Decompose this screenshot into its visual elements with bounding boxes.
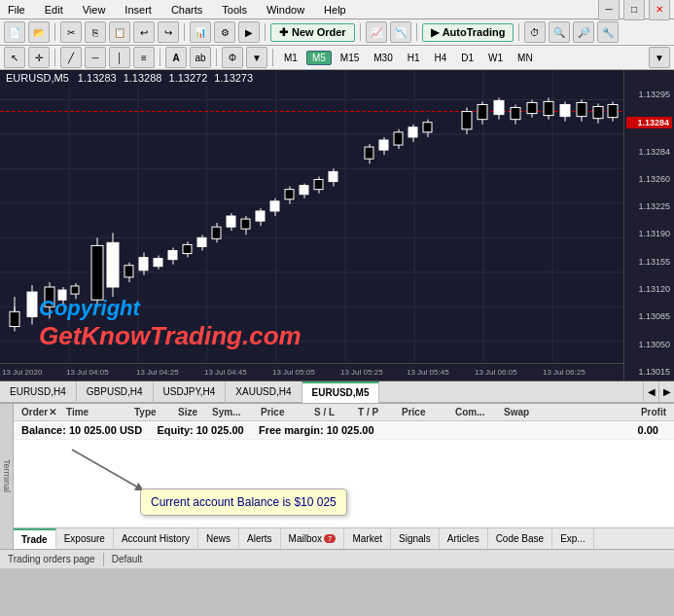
- tf-d1[interactable]: D1: [455, 51, 479, 65]
- menu-charts[interactable]: Charts: [167, 2, 206, 18]
- menu-tools[interactable]: Tools: [218, 2, 251, 18]
- open-btn[interactable]: 📂: [28, 21, 50, 43]
- tf-w1[interactable]: W1: [482, 51, 509, 65]
- terminal-tabs: Trade Exposure Account History News Aler…: [14, 527, 674, 549]
- maximize-button[interactable]: □: [623, 0, 645, 20]
- tf-mn[interactable]: MN: [512, 51, 539, 65]
- chart-tab-usdjpy-h4[interactable]: USDJPY,H4: [154, 381, 227, 403]
- terminal-tab-signals[interactable]: Signals: [391, 528, 440, 550]
- terminal-col-com: Com...: [451, 407, 500, 417]
- terminal-col-sym: Sym...: [208, 407, 257, 417]
- terminal-col-type: Type: [130, 407, 174, 417]
- terminal-tab-alerts[interactable]: Alerts: [239, 528, 281, 550]
- copy-btn[interactable]: ⎘: [85, 21, 106, 43]
- cut-btn[interactable]: ✂: [60, 21, 82, 43]
- hline-tool[interactable]: ─: [85, 47, 106, 68]
- current-price-label: 1.13284: [626, 117, 672, 128]
- auto-trading-button[interactable]: ▶ AutoTrading: [422, 23, 514, 42]
- menu-window[interactable]: Window: [263, 2, 308, 18]
- menu-view[interactable]: View: [79, 2, 110, 18]
- terminal-close-x[interactable]: ✕: [47, 407, 58, 418]
- expert-btn[interactable]: ⚙: [214, 21, 235, 43]
- chart-tab-eurusd-h4[interactable]: EURUSD,H4: [0, 381, 77, 403]
- chart-tab-nav: ◀ ▶: [643, 381, 674, 403]
- sep8: [160, 49, 160, 66]
- close-button[interactable]: ✕: [649, 0, 670, 20]
- terminal-side-label[interactable]: Terminal: [0, 404, 14, 549]
- fibo-tool[interactable]: Φ: [222, 47, 243, 68]
- svg-rect-34: [124, 266, 133, 277]
- tf-m15[interactable]: M15: [335, 51, 365, 65]
- toolbar-row1: 📄 📂 ✂ ⎘ 📋 ↩ ↪ 📊 ⚙ ▶ ✚ New Order 📈 📉 ▶ Au…: [0, 19, 674, 46]
- terminal-tab-account-history[interactable]: Account History: [114, 528, 198, 550]
- sep7: [54, 49, 55, 66]
- more-tools[interactable]: ▼: [246, 47, 267, 68]
- label-tool[interactable]: ab: [190, 47, 211, 68]
- watermark-site: GetKnowTrading.com: [39, 321, 302, 351]
- chart-tab-prev[interactable]: ◀: [643, 381, 658, 403]
- minimize-button[interactable]: ─: [598, 0, 620, 20]
- svg-rect-28: [71, 286, 79, 294]
- time-label-4: 13 Jul 05:05: [272, 368, 315, 377]
- text-tool[interactable]: A: [165, 47, 187, 68]
- indicator-btn[interactable]: 📊: [190, 21, 211, 43]
- properties-btn[interactable]: 🔧: [597, 21, 619, 43]
- svg-rect-64: [365, 147, 373, 159]
- redo-btn[interactable]: ↪: [158, 21, 179, 43]
- vline-tool[interactable]: │: [109, 47, 130, 68]
- price-level-5: 1.13155: [626, 257, 672, 267]
- tf-m1[interactable]: M1: [278, 51, 303, 65]
- terminal-col-profit: Profit: [637, 407, 670, 417]
- script-btn[interactable]: ▶: [238, 21, 260, 43]
- terminal-col-time: Time: [62, 407, 130, 417]
- menu-edit[interactable]: Edit: [41, 2, 67, 18]
- terminal-tab-exp[interactable]: Exp...: [552, 528, 594, 550]
- sep6: [518, 23, 519, 41]
- chart-tab-next[interactable]: ▶: [658, 381, 674, 403]
- tf-m30[interactable]: M30: [368, 51, 398, 65]
- terminal-tab-exposure[interactable]: Exposure: [56, 528, 114, 550]
- svg-line-93: [72, 450, 140, 489]
- new-file-btn[interactable]: 📄: [4, 21, 25, 43]
- chart-btn1[interactable]: 📈: [366, 21, 387, 43]
- terminal-tab-articles[interactable]: Articles: [440, 528, 488, 550]
- menu-file[interactable]: File: [4, 2, 29, 18]
- terminal-tab-trade[interactable]: Trade: [14, 528, 56, 550]
- svg-rect-76: [478, 104, 487, 119]
- svg-rect-60: [314, 180, 323, 190]
- menu-insert[interactable]: Insert: [121, 2, 156, 18]
- zoom-out-btn[interactable]: 🔎: [573, 21, 594, 43]
- terminal-tab-news[interactable]: News: [198, 528, 239, 550]
- tf-m5[interactable]: M5: [306, 51, 332, 65]
- chart-scroll-right[interactable]: ▼: [649, 47, 670, 68]
- svg-rect-22: [27, 292, 37, 316]
- zoom-in-btn[interactable]: 🔍: [549, 21, 570, 43]
- chart-tab-eurusd-m5[interactable]: EURUSD,M5: [302, 381, 380, 403]
- new-order-button[interactable]: ✚ New Order: [270, 23, 355, 42]
- chart-tab-xauusd-h4[interactable]: XAUUSD,H4: [226, 381, 302, 403]
- terminal-tab-mailbox[interactable]: Mailbox 7: [281, 528, 345, 550]
- menu-help[interactable]: Help: [320, 2, 350, 18]
- undo-btn[interactable]: ↩: [133, 21, 155, 43]
- crosshair-tool[interactable]: ✛: [28, 47, 50, 68]
- svg-rect-58: [300, 186, 308, 195]
- auto-trading-label: AutoTrading: [443, 26, 506, 38]
- terminal-tab-codebase[interactable]: Code Base: [488, 528, 552, 550]
- period-btn[interactable]: ⏱: [524, 21, 546, 43]
- svg-rect-92: [608, 104, 618, 117]
- terminal-tab-market[interactable]: Market: [344, 528, 391, 550]
- tf-h4[interactable]: H4: [429, 51, 453, 65]
- sep10: [272, 49, 273, 66]
- tf-h1[interactable]: H1: [402, 51, 426, 65]
- price-level-8: 1.13050: [626, 340, 672, 349]
- chart-tab-gbpusd-h4[interactable]: GBPUSD,H4: [77, 381, 154, 403]
- line-tool[interactable]: ╱: [60, 47, 82, 68]
- channel-tool[interactable]: ≡: [133, 47, 155, 68]
- price-scale: 1.13295 1.13284 1.13284 1.13260 1.13225 …: [623, 70, 674, 380]
- svg-rect-50: [241, 219, 250, 229]
- chart-btn2[interactable]: 📉: [390, 21, 411, 43]
- arrow-tool[interactable]: ↖: [4, 47, 25, 68]
- svg-rect-40: [168, 250, 177, 259]
- svg-rect-88: [577, 102, 586, 116]
- paste-btn[interactable]: 📋: [109, 21, 130, 43]
